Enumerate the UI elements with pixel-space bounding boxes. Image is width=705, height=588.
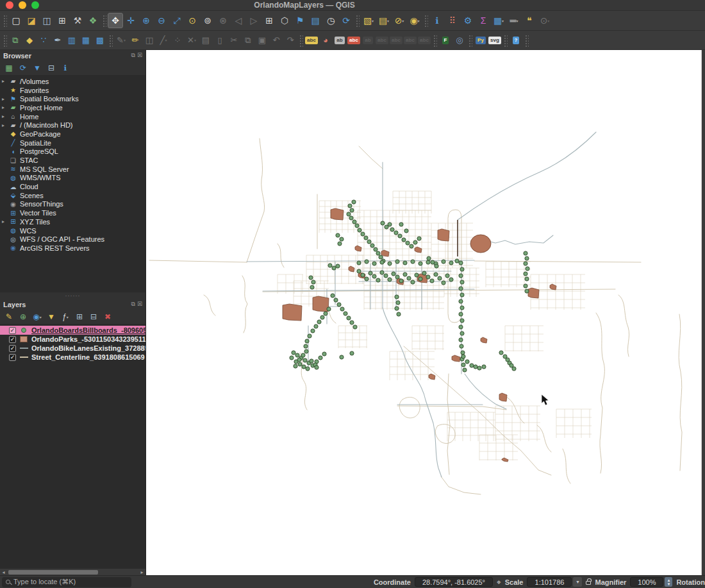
toolbar-grip[interactable] xyxy=(503,34,508,47)
undo-button[interactable]: ↶ xyxy=(269,33,283,47)
save-layer-edits-button[interactable]: ◫ xyxy=(142,33,156,47)
zoom-to-selection-button[interactable]: ⊙ xyxy=(185,13,200,28)
new-spatialite-layer-button[interactable]: ✒ xyxy=(51,33,65,47)
toolbar-grip[interactable] xyxy=(524,34,529,47)
current-edits-dropdown-icon[interactable]: ▾ xyxy=(124,38,126,42)
copy-features-button[interactable]: ⧉ xyxy=(241,33,255,47)
magnifier-field[interactable]: 100% xyxy=(630,577,663,587)
browser-close-icon[interactable]: ☒ xyxy=(137,53,142,58)
collapse-all-browser-button[interactable]: ⊟ xyxy=(46,62,57,74)
browser-item-postgresql[interactable]: ◖PostgreSQL xyxy=(0,147,145,156)
deselect-features-button[interactable]: ⊘▾ xyxy=(392,13,407,28)
paste-features-button[interactable]: ▣ xyxy=(255,33,269,47)
browser-item-project-folder[interactable]: ▸▰Project Home xyxy=(0,103,145,112)
expand-arrow-icon[interactable]: ▸ xyxy=(2,78,8,84)
layers-float-icon[interactable]: ⧉ xyxy=(131,301,135,307)
layer-visibility-checkbox[interactable]: ✓ xyxy=(9,336,16,343)
digitize-with-segment-button[interactable]: ╱▾ xyxy=(156,33,170,47)
toolbar-grip[interactable] xyxy=(424,14,428,27)
scroll-left-icon[interactable]: ◂ xyxy=(0,569,7,575)
locator-search-input[interactable]: Type to locate (⌘K) xyxy=(2,577,131,587)
deselect-features-dropdown-icon[interactable]: ▾ xyxy=(402,19,404,23)
cut-features-button[interactable]: ✂ xyxy=(227,33,241,47)
expand-arrow-icon[interactable]: ▸ xyxy=(2,122,8,128)
select-features-by-value-button[interactable]: ▤▾ xyxy=(376,13,392,28)
add-selected-layers-button[interactable]: ▦ xyxy=(3,62,15,74)
browser-item-wcs[interactable]: ◍WCS xyxy=(0,226,145,235)
python-console-button[interactable]: Py xyxy=(474,33,488,47)
zoom-window-button[interactable] xyxy=(31,1,39,9)
pan-to-selection-button[interactable]: ✛ xyxy=(123,13,138,28)
layer-row[interactable]: ✓Street_Centerline_6391808615069 xyxy=(0,353,145,362)
scale-dropdown-icon[interactable]: ▼ xyxy=(573,577,582,587)
toolbar-grip[interactable] xyxy=(433,34,437,47)
add-group-button[interactable]: ⊕ xyxy=(17,311,29,323)
show-bookmarks-button[interactable]: ▤ xyxy=(308,13,323,28)
extents-toggle-icon[interactable]: ⌖ xyxy=(497,578,501,587)
highlight-pinned-labels-button[interactable]: abc xyxy=(347,33,361,47)
expand-arrow-icon[interactable]: ▸ xyxy=(2,113,8,119)
zoom-last-button[interactable]: ◁ xyxy=(231,13,246,28)
toolbar-grip[interactable] xyxy=(3,34,7,47)
rotate-label-button[interactable]: abc xyxy=(389,33,403,47)
new-virtual-layer-button[interactable]: ▩ xyxy=(93,33,107,47)
redo-button[interactable]: ↷ xyxy=(283,33,297,47)
pan-map-button[interactable]: ✥ xyxy=(108,13,123,28)
new-map-view-button[interactable]: ⊞ xyxy=(261,13,277,28)
add-record-button[interactable]: ⁘ xyxy=(170,33,185,47)
zoom-in-button[interactable]: ⊕ xyxy=(138,13,154,28)
browser-item-vector-tiles[interactable]: ⊞Vector Tiles xyxy=(0,208,145,217)
modify-attributes-button[interactable]: ▤ xyxy=(199,33,213,47)
toolbar-grip[interactable] xyxy=(108,34,113,47)
zoom-out-button[interactable]: ⊖ xyxy=(154,13,169,28)
open-attribute-table-dropdown-icon[interactable]: ▾ xyxy=(502,19,504,23)
layer-labeling-button[interactable]: abc xyxy=(304,33,319,47)
browser-item-spatialite[interactable]: ╱SpatiaLite xyxy=(0,139,145,147)
scale-field[interactable]: 1:101786 xyxy=(527,577,572,587)
refresh-browser-button[interactable]: ⟳ xyxy=(17,62,29,74)
manage-map-themes-dropdown-icon[interactable]: ▾ xyxy=(40,315,42,319)
browser-item-star[interactable]: ★Favorites xyxy=(0,86,145,95)
measure-button[interactable]: ═▾ xyxy=(506,13,522,28)
osm-place-search-button[interactable]: F xyxy=(438,33,452,47)
change-label-properties-button[interactable]: abc xyxy=(403,33,417,47)
new-geopackage-layer-button[interactable]: ◆ xyxy=(22,33,37,47)
open-data-source-manager-button[interactable]: ⧉ xyxy=(8,33,22,47)
identify-features-button[interactable]: ℹ xyxy=(429,13,445,28)
browser-item-stac[interactable]: ❏STAC xyxy=(0,156,145,165)
scale-lock-icon[interactable] xyxy=(586,581,591,585)
close-window-button[interactable] xyxy=(6,1,13,9)
browser-item-folder[interactable]: ▸▰/Volumes xyxy=(0,77,145,86)
style-manager-button[interactable]: ❖ xyxy=(85,13,101,28)
filter-browser-button[interactable]: ▼ xyxy=(31,62,43,74)
open-layer-styling-button[interactable]: ✎ xyxy=(3,311,15,323)
select-features-button[interactable]: ▧▾ xyxy=(361,13,376,28)
new-3d-map-view-button[interactable]: ⬡ xyxy=(277,13,292,28)
open-project-button[interactable]: ◪ xyxy=(24,13,39,28)
map-canvas[interactable] xyxy=(146,50,701,575)
zoom-to-layer-button[interactable]: ⊚ xyxy=(200,13,215,28)
refresh-map-button[interactable]: ⟳ xyxy=(338,13,354,28)
browser-item-scenes[interactable]: ⬙Scenes xyxy=(0,191,145,200)
expand-arrow-icon[interactable]: ▸ xyxy=(2,96,8,102)
temporal-controller-button[interactable]: ◷ xyxy=(323,13,338,28)
zoom-next-button[interactable]: ▷ xyxy=(246,13,261,28)
edit-label-button[interactable]: abc xyxy=(417,33,431,47)
select-by-location-button[interactable]: ◉▾ xyxy=(407,13,422,28)
browser-item-wfs[interactable]: ◎WFS / OGC API - Features xyxy=(0,235,145,244)
panel-splitter[interactable]: ······ xyxy=(0,292,145,299)
measure-dropdown-icon[interactable]: ▾ xyxy=(516,19,518,23)
browser-item-cloud[interactable]: ☁Cloud xyxy=(0,182,145,191)
expand-arrow-icon[interactable]: ▸ xyxy=(2,105,8,110)
new-mesh-layer-button[interactable]: ▦ xyxy=(79,33,93,47)
magnifier-spinner[interactable]: ▲▼ xyxy=(665,577,672,587)
help-button[interactable]: ? xyxy=(509,33,523,47)
new-project-button[interactable]: ▢ xyxy=(8,13,24,28)
layer-visibility-checkbox[interactable]: ✓ xyxy=(9,327,16,334)
browser-item-bookmark[interactable]: ▸⚑Spatial Bookmarks xyxy=(0,94,145,103)
scrollbar-thumb[interactable] xyxy=(8,570,98,575)
collapse-all-layers-button[interactable]: ⊟ xyxy=(88,311,99,323)
manage-map-themes-button[interactable]: ◉▾ xyxy=(31,311,43,323)
run-feature-action-button[interactable]: ⠿ xyxy=(445,13,460,28)
toolbar-grip[interactable] xyxy=(299,34,303,47)
